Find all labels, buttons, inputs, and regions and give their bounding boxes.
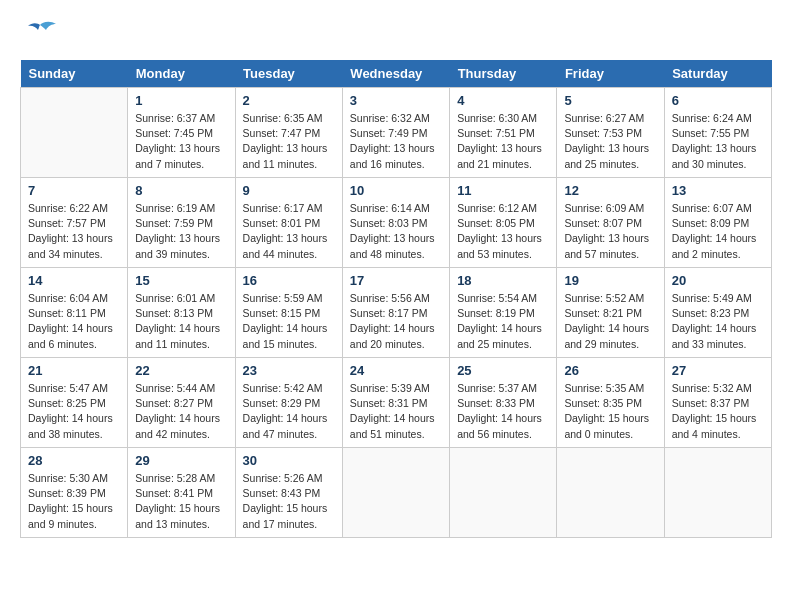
- day-number: 7: [28, 183, 120, 198]
- day-info: Sunrise: 6:27 AMSunset: 7:53 PMDaylight:…: [564, 111, 656, 172]
- day-info: Sunrise: 5:44 AMSunset: 8:27 PMDaylight:…: [135, 381, 227, 442]
- day-cell: 19Sunrise: 5:52 AMSunset: 8:21 PMDayligh…: [557, 268, 664, 358]
- page-header: [20, 20, 772, 50]
- week-row-5: 28Sunrise: 5:30 AMSunset: 8:39 PMDayligh…: [21, 448, 772, 538]
- calendar-table: SundayMondayTuesdayWednesdayThursdayFrid…: [20, 60, 772, 538]
- day-cell: 26Sunrise: 5:35 AMSunset: 8:35 PMDayligh…: [557, 358, 664, 448]
- day-info: Sunrise: 6:09 AMSunset: 8:07 PMDaylight:…: [564, 201, 656, 262]
- day-number: 2: [243, 93, 335, 108]
- day-cell: 11Sunrise: 6:12 AMSunset: 8:05 PMDayligh…: [450, 178, 557, 268]
- column-header-monday: Monday: [128, 60, 235, 88]
- day-cell: 29Sunrise: 5:28 AMSunset: 8:41 PMDayligh…: [128, 448, 235, 538]
- column-header-wednesday: Wednesday: [342, 60, 449, 88]
- day-info: Sunrise: 6:37 AMSunset: 7:45 PMDaylight:…: [135, 111, 227, 172]
- day-cell: [664, 448, 771, 538]
- day-number: 30: [243, 453, 335, 468]
- day-cell: 8Sunrise: 6:19 AMSunset: 7:59 PMDaylight…: [128, 178, 235, 268]
- day-cell: 1Sunrise: 6:37 AMSunset: 7:45 PMDaylight…: [128, 88, 235, 178]
- day-info: Sunrise: 5:54 AMSunset: 8:19 PMDaylight:…: [457, 291, 549, 352]
- day-number: 15: [135, 273, 227, 288]
- day-number: 17: [350, 273, 442, 288]
- day-cell: 18Sunrise: 5:54 AMSunset: 8:19 PMDayligh…: [450, 268, 557, 358]
- day-info: Sunrise: 5:49 AMSunset: 8:23 PMDaylight:…: [672, 291, 764, 352]
- day-number: 29: [135, 453, 227, 468]
- day-cell: 9Sunrise: 6:17 AMSunset: 8:01 PMDaylight…: [235, 178, 342, 268]
- day-cell: 15Sunrise: 6:01 AMSunset: 8:13 PMDayligh…: [128, 268, 235, 358]
- day-cell: 13Sunrise: 6:07 AMSunset: 8:09 PMDayligh…: [664, 178, 771, 268]
- day-cell: 6Sunrise: 6:24 AMSunset: 7:55 PMDaylight…: [664, 88, 771, 178]
- day-cell: 27Sunrise: 5:32 AMSunset: 8:37 PMDayligh…: [664, 358, 771, 448]
- day-info: Sunrise: 5:59 AMSunset: 8:15 PMDaylight:…: [243, 291, 335, 352]
- day-info: Sunrise: 5:42 AMSunset: 8:29 PMDaylight:…: [243, 381, 335, 442]
- day-number: 12: [564, 183, 656, 198]
- day-cell: 22Sunrise: 5:44 AMSunset: 8:27 PMDayligh…: [128, 358, 235, 448]
- day-info: Sunrise: 6:35 AMSunset: 7:47 PMDaylight:…: [243, 111, 335, 172]
- week-row-3: 14Sunrise: 6:04 AMSunset: 8:11 PMDayligh…: [21, 268, 772, 358]
- day-number: 8: [135, 183, 227, 198]
- day-number: 25: [457, 363, 549, 378]
- day-info: Sunrise: 6:01 AMSunset: 8:13 PMDaylight:…: [135, 291, 227, 352]
- day-info: Sunrise: 6:22 AMSunset: 7:57 PMDaylight:…: [28, 201, 120, 262]
- day-number: 20: [672, 273, 764, 288]
- day-info: Sunrise: 6:24 AMSunset: 7:55 PMDaylight:…: [672, 111, 764, 172]
- day-cell: [342, 448, 449, 538]
- logo-bird-icon: [22, 20, 58, 50]
- day-info: Sunrise: 6:19 AMSunset: 7:59 PMDaylight:…: [135, 201, 227, 262]
- column-header-saturday: Saturday: [664, 60, 771, 88]
- day-info: Sunrise: 5:26 AMSunset: 8:43 PMDaylight:…: [243, 471, 335, 532]
- day-number: 22: [135, 363, 227, 378]
- day-cell: 3Sunrise: 6:32 AMSunset: 7:49 PMDaylight…: [342, 88, 449, 178]
- day-info: Sunrise: 6:32 AMSunset: 7:49 PMDaylight:…: [350, 111, 442, 172]
- day-cell: 2Sunrise: 6:35 AMSunset: 7:47 PMDaylight…: [235, 88, 342, 178]
- day-number: 4: [457, 93, 549, 108]
- day-number: 16: [243, 273, 335, 288]
- day-cell: 21Sunrise: 5:47 AMSunset: 8:25 PMDayligh…: [21, 358, 128, 448]
- day-number: 24: [350, 363, 442, 378]
- column-header-sunday: Sunday: [21, 60, 128, 88]
- day-cell: 10Sunrise: 6:14 AMSunset: 8:03 PMDayligh…: [342, 178, 449, 268]
- day-number: 5: [564, 93, 656, 108]
- day-cell: 28Sunrise: 5:30 AMSunset: 8:39 PMDayligh…: [21, 448, 128, 538]
- day-number: 13: [672, 183, 764, 198]
- day-cell: 7Sunrise: 6:22 AMSunset: 7:57 PMDaylight…: [21, 178, 128, 268]
- column-header-friday: Friday: [557, 60, 664, 88]
- day-info: Sunrise: 6:04 AMSunset: 8:11 PMDaylight:…: [28, 291, 120, 352]
- column-header-tuesday: Tuesday: [235, 60, 342, 88]
- day-number: 1: [135, 93, 227, 108]
- day-info: Sunrise: 5:35 AMSunset: 8:35 PMDaylight:…: [564, 381, 656, 442]
- day-number: 18: [457, 273, 549, 288]
- day-number: 9: [243, 183, 335, 198]
- day-info: Sunrise: 6:07 AMSunset: 8:09 PMDaylight:…: [672, 201, 764, 262]
- column-header-thursday: Thursday: [450, 60, 557, 88]
- day-cell: 16Sunrise: 5:59 AMSunset: 8:15 PMDayligh…: [235, 268, 342, 358]
- day-info: Sunrise: 5:56 AMSunset: 8:17 PMDaylight:…: [350, 291, 442, 352]
- day-cell: 30Sunrise: 5:26 AMSunset: 8:43 PMDayligh…: [235, 448, 342, 538]
- day-number: 19: [564, 273, 656, 288]
- day-info: Sunrise: 5:30 AMSunset: 8:39 PMDaylight:…: [28, 471, 120, 532]
- day-number: 26: [564, 363, 656, 378]
- day-cell: 5Sunrise: 6:27 AMSunset: 7:53 PMDaylight…: [557, 88, 664, 178]
- day-cell: 25Sunrise: 5:37 AMSunset: 8:33 PMDayligh…: [450, 358, 557, 448]
- day-info: Sunrise: 5:32 AMSunset: 8:37 PMDaylight:…: [672, 381, 764, 442]
- day-info: Sunrise: 6:17 AMSunset: 8:01 PMDaylight:…: [243, 201, 335, 262]
- day-number: 21: [28, 363, 120, 378]
- day-number: 28: [28, 453, 120, 468]
- day-cell: 4Sunrise: 6:30 AMSunset: 7:51 PMDaylight…: [450, 88, 557, 178]
- day-number: 6: [672, 93, 764, 108]
- day-info: Sunrise: 6:30 AMSunset: 7:51 PMDaylight:…: [457, 111, 549, 172]
- logo: [20, 20, 58, 50]
- day-info: Sunrise: 5:37 AMSunset: 8:33 PMDaylight:…: [457, 381, 549, 442]
- day-info: Sunrise: 5:39 AMSunset: 8:31 PMDaylight:…: [350, 381, 442, 442]
- day-info: Sunrise: 6:14 AMSunset: 8:03 PMDaylight:…: [350, 201, 442, 262]
- day-info: Sunrise: 6:12 AMSunset: 8:05 PMDaylight:…: [457, 201, 549, 262]
- day-number: 27: [672, 363, 764, 378]
- day-cell: 23Sunrise: 5:42 AMSunset: 8:29 PMDayligh…: [235, 358, 342, 448]
- day-cell: 12Sunrise: 6:09 AMSunset: 8:07 PMDayligh…: [557, 178, 664, 268]
- day-number: 10: [350, 183, 442, 198]
- calendar-header-row: SundayMondayTuesdayWednesdayThursdayFrid…: [21, 60, 772, 88]
- day-info: Sunrise: 5:47 AMSunset: 8:25 PMDaylight:…: [28, 381, 120, 442]
- day-number: 11: [457, 183, 549, 198]
- day-cell: 24Sunrise: 5:39 AMSunset: 8:31 PMDayligh…: [342, 358, 449, 448]
- week-row-4: 21Sunrise: 5:47 AMSunset: 8:25 PMDayligh…: [21, 358, 772, 448]
- day-info: Sunrise: 5:52 AMSunset: 8:21 PMDaylight:…: [564, 291, 656, 352]
